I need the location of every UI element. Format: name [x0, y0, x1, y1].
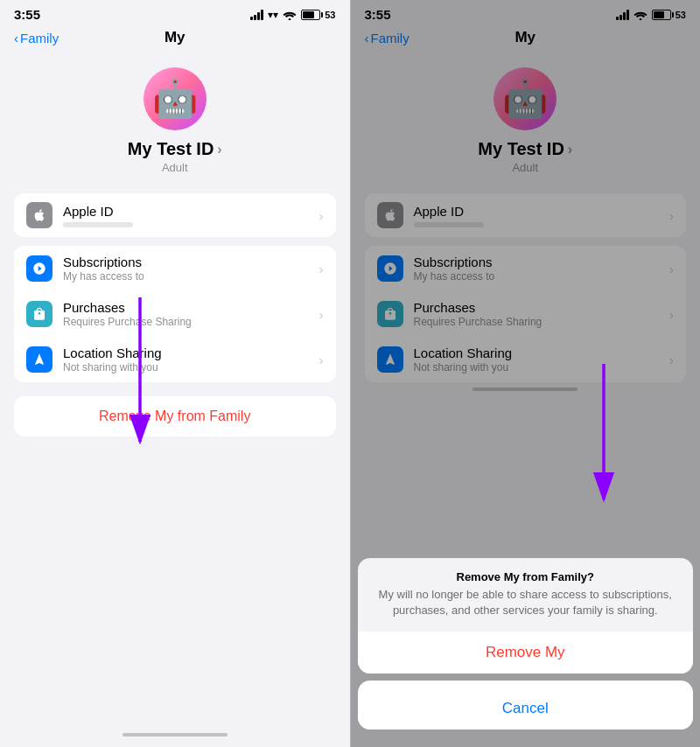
- left-location-sublabel: Not sharing with you: [63, 361, 319, 374]
- left-apple-id-label: Apple ID: [63, 204, 319, 219]
- left-remove-section: Remove My from Family: [14, 396, 336, 436]
- action-sheet-card: Remove My from Family? My will no longer…: [358, 558, 694, 674]
- right-home-indicator: [351, 382, 701, 400]
- battery-percent: 53: [325, 10, 335, 20]
- action-sheet-confirm-button[interactable]: Remove My: [358, 632, 694, 674]
- left-purchases-chevron-icon: ›: [319, 307, 324, 322]
- left-remove-button[interactable]: Remove My from Family: [14, 396, 336, 436]
- left-home-indicator: [0, 719, 350, 747]
- left-settings-section: Subscriptions My has access to › Purchas…: [14, 246, 336, 382]
- left-apple-id-item[interactable]: Apple ID ›: [14, 193, 336, 237]
- wifi-icon: [283, 10, 297, 20]
- left-apple-id-text: Apple ID: [63, 204, 319, 227]
- left-profile-section: 🤖 My Test ID › Adult: [0, 53, 350, 185]
- action-sheet-cancel-button[interactable]: Cancel: [358, 688, 694, 730]
- left-phone-panel: 3:55 ▾▾ 53 ‹ Family My: [0, 0, 351, 747]
- subscriptions-icon: [26, 255, 52, 282]
- action-sheet-title: Remove My from Family?: [358, 558, 694, 587]
- left-avatar: 🤖: [144, 67, 206, 130]
- action-sheet-confirm-label: Remove My: [486, 644, 565, 661]
- location-icon: [26, 346, 52, 373]
- left-back-label: Family: [20, 31, 59, 45]
- left-apple-id-blur: [63, 222, 133, 227]
- left-subscriptions-sublabel: My has access to: [63, 270, 319, 283]
- left-subscriptions-label: Subscriptions: [63, 255, 319, 269]
- left-location-item[interactable]: Location Sharing Not sharing with you ›: [14, 337, 336, 382]
- left-location-chevron-icon: ›: [319, 353, 324, 367]
- left-profile-role: Adult: [162, 161, 188, 174]
- left-location-text: Location Sharing Not sharing with you: [63, 346, 319, 374]
- left-status-bar: 3:55 ▾▾ 53: [0, 0, 350, 25]
- action-sheet-cancel-label: Cancel: [502, 700, 549, 717]
- left-location-label: Location Sharing: [63, 346, 319, 360]
- purchases-icon: [26, 301, 52, 327]
- left-remove-label: Remove My from Family: [99, 408, 250, 424]
- left-status-icons: ▾▾ 53: [250, 9, 335, 21]
- left-purchases-sublabel: Requires Purchase Sharing: [63, 316, 319, 328]
- battery-icon: [301, 10, 320, 20]
- left-avatar-emoji: 🤖: [152, 80, 198, 117]
- action-sheet-message: My will no longer be able to share acces…: [358, 587, 694, 631]
- signal-icon: [250, 10, 263, 20]
- left-subscriptions-item[interactable]: Subscriptions My has access to ›: [14, 246, 336, 291]
- left-subscriptions-chevron-icon: ›: [319, 262, 324, 276]
- left-purchases-item[interactable]: Purchases Requires Purchase Sharing ›: [14, 291, 336, 337]
- profile-name-chevron-icon: ›: [217, 142, 221, 157]
- left-home-bar: [122, 733, 228, 737]
- left-apple-id-section: Apple ID ›: [14, 193, 336, 237]
- svg-point-0: [289, 18, 291, 20]
- left-purchases-label: Purchases: [63, 300, 319, 315]
- left-status-time: 3:55: [14, 7, 40, 22]
- wifi-icon: ▾▾: [268, 9, 278, 21]
- left-nav-bar: ‹ Family My: [0, 25, 350, 53]
- left-subscriptions-text: Subscriptions My has access to: [63, 255, 319, 283]
- apple-id-icon: [26, 202, 52, 228]
- left-nav-title: My: [164, 29, 186, 46]
- left-purchases-text: Purchases Requires Purchase Sharing: [63, 300, 319, 328]
- right-phone-panel: 3:55 53: [351, 0, 701, 747]
- action-sheet: Remove My from Family? My will no longer…: [351, 558, 701, 747]
- left-profile-name[interactable]: My Test ID ›: [128, 139, 222, 159]
- left-back-button[interactable]: ‹ Family: [14, 31, 59, 45]
- action-sheet-cancel-card: Cancel: [358, 681, 694, 730]
- right-panel-content: 3:55 53: [351, 0, 701, 747]
- left-apple-id-chevron-icon: ›: [319, 208, 324, 223]
- right-home-bar: [472, 387, 578, 391]
- chevron-left-icon: ‹: [14, 31, 18, 45]
